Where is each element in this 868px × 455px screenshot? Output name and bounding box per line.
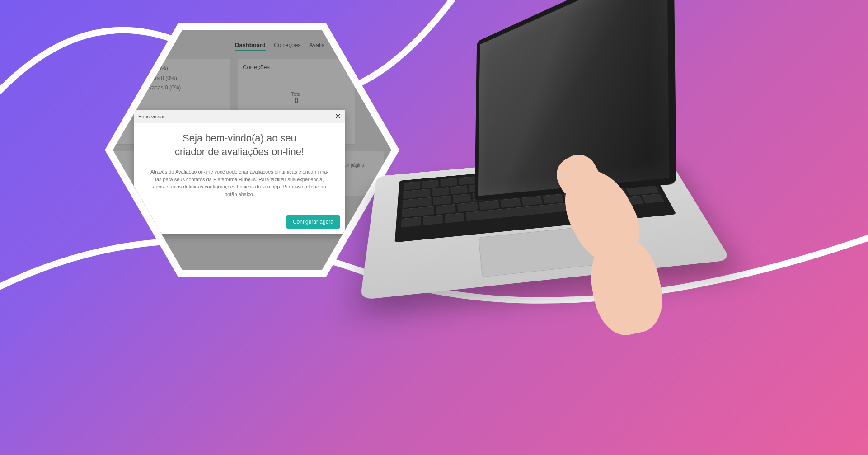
modal-title-line2: criador de avaliações on-line!: [175, 146, 304, 157]
welcome-modal: Boas-vindas ✕ Seja bem-vindo(a) ao seu c…: [134, 110, 345, 234]
modal-header: Boas-vindas ✕: [134, 110, 345, 123]
modal-title: Seja bem-vindo(a) ao seu criador de aval…: [145, 131, 333, 158]
close-icon[interactable]: ✕: [335, 113, 341, 120]
modal-title-line1: Seja bem-vindo(a) ao seu: [183, 132, 296, 144]
modal-footer: Configurar agora: [134, 211, 345, 234]
modal-header-title: Boas-vindas: [138, 114, 166, 119]
configure-now-button[interactable]: Configurar agora: [286, 215, 340, 229]
modal-body: Seja bem-vindo(a) ao seu criador de aval…: [134, 123, 345, 211]
modal-description: Através do Avaliação on-line você pode c…: [145, 168, 333, 198]
